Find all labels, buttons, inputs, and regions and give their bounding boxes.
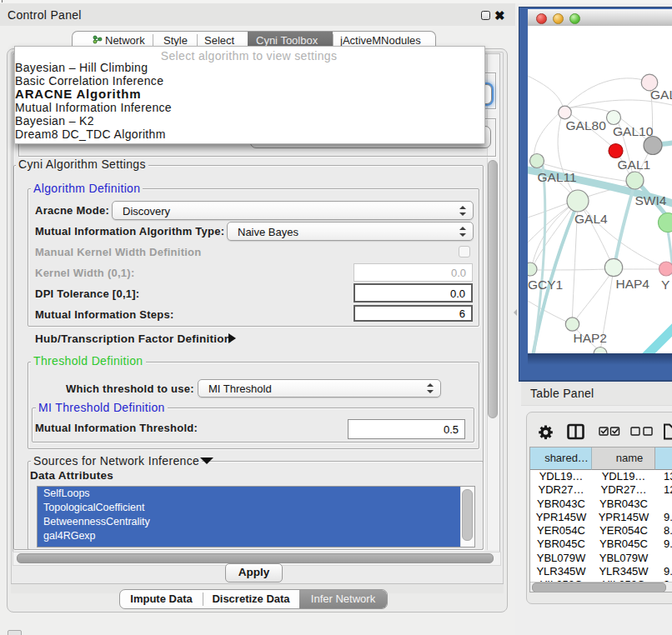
svg-text:GAL7: GAL7 [650,88,672,102]
svg-text:GAL11: GAL11 [538,170,577,184]
svg-text:GAL80: GAL80 [566,118,607,132]
svg-text:GCY1: GCY1 [528,278,563,292]
svg-text:SWI4: SWI4 [635,193,667,208]
svg-text:GAL1: GAL1 [618,158,651,172]
svg-text:Y: Y [661,278,669,292]
svg-text:HAP2: HAP2 [574,331,608,345]
svg-text:HAP4: HAP4 [616,277,650,291]
svg-text:GAL10: GAL10 [613,124,654,138]
svg-text:GAL4: GAL4 [574,212,608,226]
